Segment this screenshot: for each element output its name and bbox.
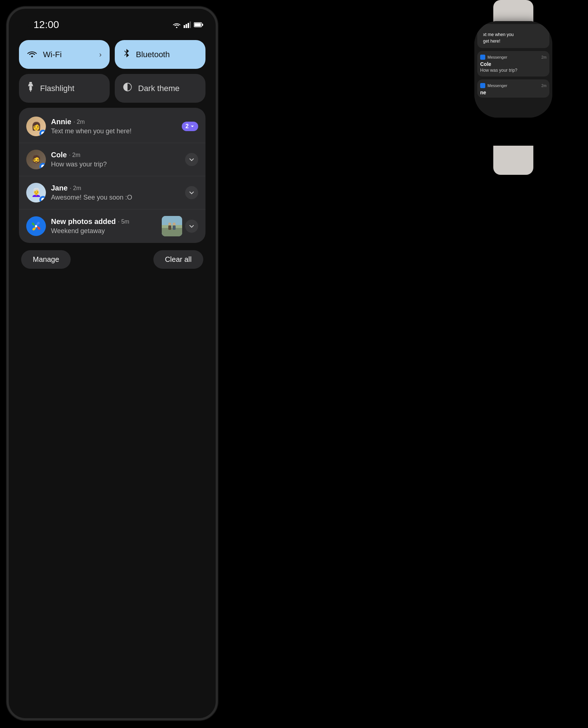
svg-rect-10: [30, 86, 32, 91]
dark-theme-label: Dark theme: [138, 84, 180, 93]
status-time: 12:00: [34, 19, 59, 31]
notification-photos[interactable]: New photos added · 5m Weekend getaway: [19, 209, 205, 243]
bluetooth-tile[interactable]: Bluetooth: [115, 40, 205, 69]
dark-theme-tile[interactable]: Dark theme: [115, 74, 205, 103]
svg-rect-1: [184, 25, 185, 28]
notif-time-photos: · 5m: [118, 219, 129, 225]
svg-rect-6: [195, 23, 201, 27]
watch-screen: xt me when you get here! Messenger 2m Co…: [474, 21, 552, 118]
flashlight-icon: [27, 82, 34, 95]
watch-notification-partial: Messenger 2m ne: [477, 79, 549, 98]
expand-photos[interactable]: [185, 220, 198, 233]
messenger-icon-partial: [480, 83, 485, 88]
notif-action-annie: 2: [182, 122, 198, 131]
manage-button[interactable]: Manage: [21, 250, 71, 269]
notifications-panel: 👩 Annie · 2m Text me when you get here! …: [19, 108, 205, 243]
messenger-badge-cole: [39, 163, 46, 169]
svg-rect-4: [190, 21, 191, 28]
watch-strap-bottom: [493, 146, 533, 175]
chevron-down-icon: [190, 124, 195, 129]
notif-time-cole: · 2m: [69, 152, 80, 158]
svg-rect-20: [173, 225, 176, 230]
quick-settings: Wi-Fi › Bluetooth: [15, 36, 209, 103]
notif-message-jane: Awesome! See you soon :O: [51, 194, 180, 201]
messenger-icon-cole: [480, 55, 485, 60]
battery-icon: [194, 22, 203, 27]
messenger-badge-annie: [39, 130, 46, 136]
notif-message-photos: Weekend getaway: [51, 227, 157, 235]
photos-app-icon: [26, 216, 46, 236]
svg-rect-15: [162, 227, 182, 236]
wifi-label: Wi-Fi: [43, 50, 62, 59]
notif-time-jane: · 2m: [70, 185, 81, 192]
notif-header-annie: Annie · 2m: [51, 118, 177, 126]
avatar-jane: 👩‍🦳: [26, 183, 46, 202]
watch-name-cole: Cole: [480, 61, 546, 67]
watch-notif-header-cole: Messenger 2m: [480, 55, 546, 60]
notif-name-jane: Jane: [51, 184, 68, 192]
notif-message-cole: How was your trip?: [51, 161, 180, 168]
svg-rect-3: [188, 23, 189, 28]
notif-name-photos: New photos added: [51, 217, 116, 226]
notif-header-photos: New photos added · 5m: [51, 217, 157, 226]
signal-icon: [184, 21, 191, 28]
flashlight-tile[interactable]: Flashlight: [19, 74, 110, 103]
svg-rect-16: [162, 225, 182, 228]
svg-rect-2: [186, 24, 187, 28]
notif-content-photos: New photos added · 5m Weekend getaway: [51, 217, 157, 235]
expand-jane[interactable]: [185, 186, 198, 199]
svg-point-13: [35, 225, 37, 227]
notif-content-cole: Cole · 2m How was your trip?: [51, 151, 180, 168]
notification-annie[interactable]: 👩 Annie · 2m Text me when you get here! …: [19, 110, 205, 143]
dark-theme-icon: [123, 82, 132, 94]
qs-row-1: Wi-Fi › Bluetooth: [19, 40, 205, 69]
wifi-arrow-icon: ›: [99, 50, 102, 59]
notif-name-annie: Annie: [51, 118, 71, 126]
watch-name-partial: ne: [480, 90, 546, 95]
avatar-cole: 🧔: [26, 150, 46, 169]
watch-notification-cole: Messenger 2m Cole How was your trip?: [477, 51, 549, 76]
expand-cole[interactable]: [185, 153, 198, 166]
watch-partial-text: xt me when you get here!: [483, 31, 544, 44]
notif-action-jane: [185, 186, 198, 199]
notif-content-jane: Jane · 2m Awesome! See you soon :O: [51, 184, 180, 201]
notification-jane[interactable]: 👩‍🦳 Jane · 2m Awesome! See you soon :O: [19, 176, 205, 209]
notification-action-buttons: Manage Clear all: [15, 243, 209, 272]
wifi-tile[interactable]: Wi-Fi ›: [19, 40, 110, 69]
smartwatch: xt me when you get here! Messenger 2m Co…: [460, 0, 577, 175]
svg-point-0: [176, 27, 177, 28]
phone: 12:00: [7, 7, 218, 720]
svg-point-19: [173, 223, 176, 225]
messenger-badge-jane: [39, 196, 46, 202]
svg-rect-9: [30, 82, 32, 84]
avatar-annie: 👩: [26, 117, 46, 136]
wifi-status-icon: [173, 21, 181, 28]
watch-message-cole: How was your trip?: [480, 68, 546, 73]
watch-app-name-cole: Messenger: [487, 55, 539, 59]
watch-app-name-partial: Messenger: [487, 83, 539, 88]
wifi-icon: [27, 49, 37, 60]
photo-thumbnail: [162, 216, 182, 236]
qs-row-2: Flashlight Dark theme: [19, 74, 205, 103]
flashlight-label: Flashlight: [40, 84, 74, 93]
watch-notif-header-partial: Messenger 2m: [480, 83, 546, 88]
bluetooth-icon: [123, 48, 130, 61]
notification-cole[interactable]: 🧔 Cole · 2m How was your trip?: [19, 143, 205, 176]
clear-all-button[interactable]: Clear all: [153, 250, 203, 269]
thumbnail-image: [162, 216, 182, 236]
camera-icon: [21, 21, 29, 29]
svg-rect-18: [168, 225, 171, 230]
watch-partial-message: xt me when you get here!: [477, 24, 549, 48]
watch-case: xt me when you get here! Messenger 2m Co…: [474, 21, 552, 118]
svg-point-8: [31, 56, 33, 58]
notif-badge-annie[interactable]: 2: [182, 122, 198, 131]
svg-point-17: [168, 223, 171, 225]
notif-action-photos: [162, 216, 198, 236]
watch-time-partial: 2m: [541, 84, 546, 88]
notif-header-cole: Cole · 2m: [51, 151, 180, 159]
notif-message-annie: Text me when you get here!: [51, 127, 177, 135]
notif-content-annie: Annie · 2m Text me when you get here!: [51, 118, 177, 135]
status-bar: 12:00: [15, 16, 209, 36]
notif-name-cole: Cole: [51, 151, 67, 159]
pinwheel-icon: [31, 221, 42, 232]
